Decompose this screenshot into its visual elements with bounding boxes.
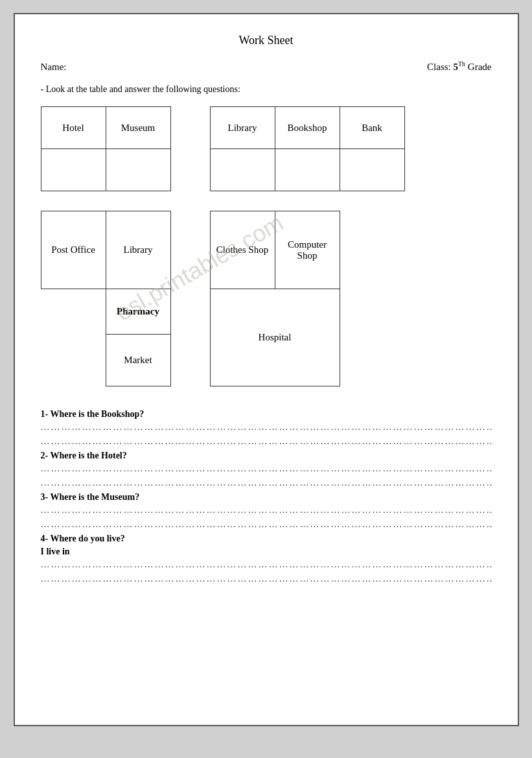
instruction-text: - Look at the table and answer the follo… — [41, 84, 492, 95]
cell-post-office: Post Office — [41, 211, 106, 289]
answer-line-4b[interactable]: …………………………………………………………………………………………………………… — [41, 574, 492, 584]
cell-empty-2 — [106, 149, 170, 191]
answer-line-3b[interactable]: …………………………………………………………………………………………………………… — [41, 519, 492, 530]
cell-library: Library — [210, 107, 275, 149]
question-2-text: 2- Where is the Hotel? — [41, 451, 492, 461]
left-bottom-section: Post Office Library Pharmacy Market — [41, 211, 171, 386]
cell-empty-5 — [340, 149, 404, 191]
right-bottom-section: Clothes Shop Computer Shop Hospital — [210, 211, 340, 386]
question-2: 2- Where is the Hotel? ……………………………………………… — [41, 451, 492, 488]
cell-hotel: Hotel — [41, 107, 106, 149]
answer-line-2b[interactable]: …………………………………………………………………………………………………………… — [41, 478, 492, 488]
worksheet-page: Work Sheet Name: Class: 5Th Grade - Look… — [14, 13, 519, 726]
class-number: 5 — [453, 62, 458, 72]
questions-section: 1- Where is the Bookshop? ……………………………………… — [41, 409, 492, 584]
answer-line-3a[interactable]: …………………………………………………………………………………………………………… — [41, 505, 492, 515]
question-3: 3- Where is the Museum? …………………………………………… — [41, 492, 492, 530]
answer-line-2a[interactable]: …………………………………………………………………………………………………………… — [41, 464, 492, 474]
name-label: Name: — [41, 62, 67, 73]
cell-computer-shop: Computer Shop — [275, 211, 340, 289]
question-4-text: 4- Where do you live? — [41, 534, 492, 544]
cell-bookshop: Bookshop — [275, 107, 340, 149]
cell-museum: Museum — [106, 107, 170, 149]
top-tables: Hotel Museum Library Bookshop Bank — [41, 106, 492, 191]
live-in-text: I live in — [41, 547, 492, 557]
cell-bank: Bank — [340, 107, 404, 149]
class-label: Class: 5Th Grade — [427, 60, 491, 73]
left-bottom-table: Post Office Library Pharmacy Market — [41, 211, 171, 386]
cell-clothes-shop: Clothes Shop — [210, 211, 275, 289]
question-1: 1- Where is the Bookshop? ……………………………………… — [41, 409, 492, 447]
cell-market: Market — [106, 335, 170, 386]
bottom-tables: Post Office Library Pharmacy Market Clot… — [41, 211, 492, 386]
right-bottom-table: Clothes Shop Computer Shop Hospital — [210, 211, 340, 386]
question-4: 4- Where do you live? I live in ……………………… — [41, 534, 492, 584]
class-sup: Th — [458, 60, 465, 67]
top-left-table: Hotel Museum — [41, 106, 171, 191]
answer-line-1a[interactable]: …………………………………………………………………………………………………………… — [41, 422, 492, 432]
class-grade: Grade — [465, 62, 491, 72]
cell-pharmacy: Pharmacy — [106, 289, 170, 335]
question-1-text: 1- Where is the Bookshop? — [41, 409, 492, 420]
cell-empty-3 — [210, 149, 275, 191]
page-title: Work Sheet — [41, 34, 492, 47]
answer-line-1b[interactable]: …………………………………………………………………………………………………………… — [41, 436, 492, 447]
cell-library-top: Library — [106, 211, 170, 289]
answer-line-4a[interactable]: …………………………………………………………………………………………………………… — [41, 560, 492, 570]
top-right-table: Library Bookshop Bank — [210, 106, 405, 191]
cell-empty-4 — [275, 149, 340, 191]
cell-empty-left — [41, 289, 106, 386]
cell-hospital: Hospital — [210, 289, 340, 386]
header-row: Name: Class: 5Th Grade — [41, 60, 492, 73]
cell-empty-1 — [41, 149, 106, 191]
question-3-text: 3- Where is the Museum? — [41, 492, 492, 503]
